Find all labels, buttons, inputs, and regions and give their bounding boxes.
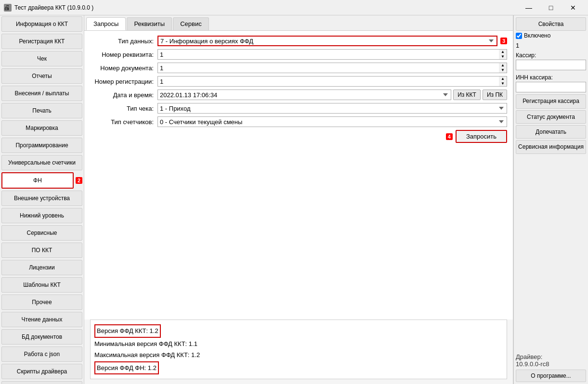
reg-number-up[interactable]: ▲	[499, 77, 507, 81]
reprint-button[interactable]: Допечатать	[516, 125, 586, 139]
datetime-label: Дата и время:	[90, 91, 157, 99]
sidebar-item-reg-kkt[interactable]: Регистрация ККТ	[1, 34, 82, 49]
sidebar-item-external[interactable]: Внешние устройства	[1, 191, 82, 206]
reg-number-input[interactable]	[157, 76, 499, 87]
minimize-button[interactable]: —	[518, 0, 540, 15]
form-area: Тип данных: 7 - Информация о версиях ФФД…	[84, 31, 513, 320]
cashier-input[interactable]	[516, 60, 586, 70]
result-line-1: Минимальная версия ФФД ККТ: 1.1	[94, 338, 503, 349]
sidebar-item-programming[interactable]: Программирование	[1, 138, 82, 153]
sidebar-item-lower[interactable]: Нижний уровень	[1, 208, 82, 223]
result-line-3-text: Версия ФФД ФН: 1.2	[94, 361, 159, 374]
service-info-button[interactable]: Сервисная информация	[516, 140, 586, 154]
data-type-select[interactable]: 7 - Информация о версиях ФФД	[157, 36, 497, 46]
maximize-button[interactable]: □	[540, 0, 562, 15]
from-pc-button[interactable]: Из ПК	[483, 90, 507, 100]
sidebar-item-templates[interactable]: Шаблоны ККТ	[1, 277, 82, 293]
request-badge: 4	[446, 133, 453, 140]
register-cashier-button[interactable]: Регистрация кассира	[516, 94, 586, 109]
about-button[interactable]: О программе...	[516, 370, 586, 382]
close-button[interactable]: ✕	[562, 0, 584, 15]
counter-type-select[interactable]: 0 - Счетчики текущей смены	[157, 116, 507, 127]
result-area: Версия ФФД ККТ: 1.2 Минимальная версия Ф…	[90, 320, 507, 379]
sidebar-item-read-data[interactable]: Чтение данных	[1, 312, 82, 327]
datetime-select[interactable]: 2022.01.13 17:06:34	[157, 90, 451, 100]
tab-service[interactable]: Сервис	[173, 17, 209, 30]
data-type-label: Тип данных:	[90, 38, 157, 45]
result-line-0: Версия ФФД ККТ: 1.2	[94, 324, 503, 338]
sidebar-item-bd-docs[interactable]: БД документов	[1, 329, 82, 345]
sidebar-item-scripts[interactable]: Скрипты драйвера	[1, 364, 82, 379]
sidebar-item-marking[interactable]: Маркировка	[1, 120, 82, 136]
inn-input[interactable]	[516, 82, 586, 92]
doc-number-up[interactable]: ▲	[499, 63, 507, 68]
driver-version: 10.9.0.0-rc8	[516, 360, 549, 368]
sidebar-item-fn[interactable]: ФН	[1, 172, 74, 189]
doc-number-wrapper: ▲ ▼	[157, 63, 507, 73]
result-line-3: Версия ФФД ФН: 1.2	[94, 361, 503, 375]
sidebar-item-other[interactable]: Прочее	[1, 294, 82, 310]
sidebar-item-universal[interactable]: Универсальные счетчики	[1, 155, 82, 170]
check-type-select[interactable]: 1 - Приход	[157, 103, 507, 114]
doc-number-input[interactable]	[157, 63, 499, 73]
req-number-row: Номер реквизита: ▲ ▼	[90, 49, 507, 60]
check-type-label: Тип чека:	[90, 105, 157, 112]
right-spacer	[516, 155, 586, 353]
from-kkt-button[interactable]: Из ККТ	[453, 90, 481, 100]
sidebar: Информация о ККТ Регистрация ККТ Чек Отч…	[0, 15, 84, 384]
app-icon: 🖨	[4, 4, 12, 12]
fn-badge: 2	[76, 177, 82, 184]
doc-number-row: Номер документа: ▲ ▼	[90, 63, 507, 73]
enabled-label: Включено	[524, 32, 550, 39]
reg-number-wrapper: ▲ ▼	[157, 76, 507, 87]
datetime-row: Дата и время: 2022.01.13 17:06:34 Из ККТ…	[90, 90, 507, 100]
main-layout: Информация о ККТ Регистрация ККТ Чек Отч…	[0, 15, 588, 384]
center-content: Запросы Реквизиты Сервис Тип данных: 7 -…	[84, 15, 513, 384]
sidebar-item-reports[interactable]: Отчеты	[1, 68, 82, 84]
sidebar-item-check[interactable]: Чек	[1, 51, 82, 66]
result-line-2-text: Максимальная версия ФФД ККТ: 1.2	[94, 351, 200, 358]
right-panel: Свойства Включено 1 Кассир: ИНН кассира:…	[513, 15, 588, 384]
sidebar-item-log[interactable]: Лог	[1, 381, 82, 384]
datetime-wrapper: 2022.01.13 17:06:34 Из ККТ Из ПК	[157, 90, 507, 100]
req-number-input[interactable]	[157, 49, 499, 60]
counter-type-label: Тип счетчиков:	[90, 118, 157, 126]
driver-info: Драйвер: 10.9.0.0-rc8	[516, 353, 586, 368]
sidebar-item-po-kkt[interactable]: ПО ККТ	[1, 243, 82, 258]
req-number-label: Номер реквизита:	[90, 51, 157, 58]
request-row: 4 Запросить	[90, 130, 507, 143]
enabled-checkbox[interactable]	[516, 33, 522, 39]
doc-number-spinner: ▲ ▼	[499, 63, 507, 73]
status-document-button[interactable]: Статус документа	[516, 110, 586, 124]
request-button[interactable]: Запросить	[456, 130, 507, 143]
window-controls: — □ ✕	[518, 0, 584, 15]
sidebar-item-service[interactable]: Сервисные	[1, 225, 82, 241]
data-type-badge: 3	[500, 38, 507, 44]
window-title: Тест драйвера ККТ (10.9.0.0 )	[14, 4, 518, 11]
inn-section: ИНН кассира:	[516, 72, 586, 92]
req-number-down[interactable]: ▼	[499, 54, 507, 59]
cashier-label: Кассир:	[516, 52, 586, 59]
tab-requests[interactable]: Запросы	[86, 17, 126, 30]
driver-label: Драйвер:	[516, 353, 542, 360]
doc-number-down[interactable]: ▼	[499, 68, 507, 73]
doc-number-label: Номер документа:	[90, 64, 157, 72]
sidebar-item-work-json[interactable]: Работа с json	[1, 346, 82, 362]
data-type-wrapper: 7 - Информация о версиях ФФД 3	[157, 36, 507, 46]
check-type-wrapper: 1 - Приход	[157, 103, 507, 114]
reg-number-spinner: ▲ ▼	[499, 76, 507, 87]
result-line-0-text: Версия ФФД ККТ: 1.2	[94, 324, 161, 337]
sidebar-item-licenses[interactable]: Лицензии	[1, 260, 82, 275]
result-line-2: Максимальная версия ФФД ККТ: 1.2	[94, 349, 503, 360]
properties-button[interactable]: Свойства	[516, 17, 586, 31]
counter-type-wrapper: 0 - Счетчики текущей смены	[157, 116, 507, 127]
req-number-wrapper: ▲ ▼	[157, 49, 507, 60]
cashier-section: Кассир:	[516, 50, 586, 70]
sidebar-item-deposits[interactable]: Внесения / выплаты	[1, 86, 82, 101]
tab-requisites[interactable]: Реквизиты	[127, 17, 172, 30]
sidebar-item-print[interactable]: Печать	[1, 103, 82, 118]
req-number-up[interactable]: ▲	[499, 50, 507, 54]
enabled-row: Включено	[516, 32, 586, 39]
reg-number-down[interactable]: ▼	[499, 81, 507, 86]
sidebar-item-info-kkt[interactable]: Информация о ККТ	[1, 16, 82, 32]
